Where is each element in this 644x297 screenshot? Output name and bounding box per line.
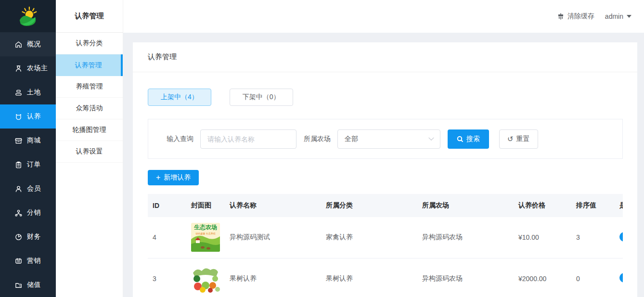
cell-name: 果树认养: [225, 258, 321, 297]
submenu-item-adopt-manage[interactable]: 认养管理: [56, 54, 123, 76]
cover-image-fruits-vegetables: [191, 264, 220, 293]
sidebar-item-label: 概况: [27, 40, 41, 49]
query-label: 输入查询: [167, 135, 193, 143]
add-adopt-label: 新增认养: [164, 173, 191, 182]
primary-sidebar: 概况 农场主 土地 认养 商城: [0, 0, 56, 297]
cell-id: 4: [148, 217, 186, 258]
clean-brush-icon: [557, 13, 564, 20]
reset-icon: ↺: [507, 135, 514, 143]
farm-label: 所属农场: [304, 135, 331, 143]
col-name: 认养名称: [225, 194, 321, 217]
sidebar-item-label: 认养: [27, 112, 41, 121]
sidebar-item-order[interactable]: 订单: [0, 153, 56, 177]
tab-off-shelf[interactable]: 下架中（0）: [230, 89, 293, 106]
primary-nav: 概况 农场主 土地 认养 商城: [0, 32, 56, 297]
secondary-sidebar: 认养管理 认养分类 认养管理 养殖管理 众筹活动 轮播图管理 认养设置: [56, 0, 123, 297]
cell-sort: 3: [571, 217, 615, 258]
table-row: 4 生态农场 绿色健康 生态养殖: [148, 217, 623, 258]
chevron-down-icon: [428, 135, 434, 140]
farm-logo-icon: [17, 5, 39, 27]
sidebar-item-distribution[interactable]: 分销: [0, 201, 56, 225]
shelf-status-tabs: 上架中（4） 下架中（0）: [148, 89, 623, 106]
adopt-manage-panel: 认养管理 上架中（4） 下架中（0） 输入查询 所属农场 全部: [133, 42, 637, 297]
farm-select-value: 全部: [345, 135, 358, 143]
search-icon: [457, 136, 464, 142]
page-title: 认养管理: [148, 52, 177, 61]
search-filter-bar: 输入查询 所属农场 全部 搜索 ↺ 重置: [148, 119, 623, 159]
topbar: 清除缓存 admin: [123, 0, 644, 33]
col-cover: 封面图: [186, 194, 225, 217]
submenu-item-breeding-manage[interactable]: 养殖管理: [56, 76, 123, 98]
sidebar-item-label: 会员: [27, 184, 41, 193]
cell-category: 家禽认养: [321, 217, 417, 258]
home-icon: [14, 40, 23, 49]
sidebar-item-land[interactable]: 土地: [0, 80, 56, 104]
sidebar-item-label: 农场主: [27, 64, 48, 73]
finance-icon: [14, 232, 23, 241]
search-button-label: 搜索: [466, 135, 480, 143]
adopt-icon: [14, 112, 23, 121]
stored-value-icon: [14, 281, 23, 289]
marketing-icon: [14, 257, 23, 265]
sidebar-item-label: 分销: [27, 208, 41, 217]
farm-select[interactable]: 全部: [337, 129, 440, 149]
on-shelf-toggle[interactable]: [619, 232, 623, 242]
cell-price: ¥2000.00: [514, 258, 571, 297]
chevron-down-icon: [627, 15, 631, 18]
order-icon: [14, 160, 23, 169]
app-root: 概况 农场主 土地 认养 商城: [0, 0, 644, 297]
sidebar-item-farmer[interactable]: 农场主: [0, 56, 56, 80]
table-row: 3: [148, 258, 623, 297]
sidebar-item-label: 商城: [27, 136, 41, 145]
svg-text:生态农场: 生态农场: [193, 224, 217, 231]
username: admin: [605, 13, 623, 20]
on-shelf-toggle[interactable]: [619, 273, 623, 283]
land-icon: [14, 88, 23, 97]
clear-cache-button[interactable]: 清除缓存: [557, 12, 594, 21]
user-dropdown[interactable]: admin: [605, 13, 631, 20]
search-button[interactable]: 搜索: [448, 129, 489, 149]
sidebar-item-finance[interactable]: 财务: [0, 225, 56, 249]
col-id: ID: [148, 194, 186, 217]
col-farm: 所属农场: [417, 194, 514, 217]
sidebar-item-label: 储值: [27, 281, 41, 289]
cell-farm: 异构源码农场: [417, 258, 514, 297]
sidebar-item-label: 订单: [27, 160, 41, 169]
main-content: 认养管理 上架中（4） 下架中（0） 输入查询 所属农场 全部: [123, 33, 644, 297]
cover-image-eco-farm: 生态农场 绿色健康 生态养殖: [191, 223, 220, 252]
sidebar-item-adopt[interactable]: 认养: [0, 104, 56, 129]
cell-farm: 异构源码农场: [417, 217, 514, 258]
cell-id: 3: [148, 258, 186, 297]
cell-price: ¥10.00: [514, 217, 571, 258]
tab-on-shelf[interactable]: 上架中（4）: [148, 89, 211, 106]
sidebar-item-marketing[interactable]: 营销: [0, 249, 56, 273]
adopt-table: ID 封面图 认养名称 所属分类 所属农场 认养价格 排序值 是否上架: [148, 194, 623, 297]
sidebar-item-mall[interactable]: 商城: [0, 129, 56, 153]
reset-button[interactable]: ↺ 重置: [499, 129, 538, 149]
table-header-row: ID 封面图 认养名称 所属分类 所属农场 认养价格 排序值 是否上架: [148, 194, 623, 217]
col-sort: 排序值: [571, 194, 615, 217]
sidebar-item-member[interactable]: 会员: [0, 177, 56, 201]
add-adopt-button[interactable]: + 新增认养: [148, 170, 199, 185]
brand-logo: [0, 0, 56, 32]
reset-button-label: 重置: [516, 135, 530, 143]
clear-cache-label: 清除缓存: [567, 12, 594, 21]
col-category: 所属分类: [321, 194, 417, 217]
submenu-title: 认养管理: [56, 0, 123, 33]
col-price: 认养价格: [514, 194, 571, 217]
submenu-item-adopt-category[interactable]: 认养分类: [56, 33, 123, 54]
adopt-table-wrap: ID 封面图 认养名称 所属分类 所属农场 认养价格 排序值 是否上架: [148, 194, 623, 297]
distribution-icon: [14, 208, 23, 217]
sidebar-item-overview[interactable]: 概况: [0, 32, 56, 56]
col-on-shelf: 是否上架: [615, 194, 623, 217]
farmer-icon: [14, 64, 23, 73]
submenu-item-crowdfunding[interactable]: 众筹活动: [56, 98, 123, 119]
member-icon: [14, 184, 23, 193]
adopt-name-input[interactable]: [200, 129, 296, 149]
submenu-item-adopt-settings[interactable]: 认养设置: [56, 141, 123, 163]
sidebar-item-stored-value[interactable]: 储值: [0, 273, 56, 297]
plus-icon: +: [156, 174, 160, 181]
submenu-item-carousel-manage[interactable]: 轮播图管理: [56, 119, 123, 141]
sidebar-item-label: 营销: [27, 257, 41, 265]
cell-sort: 0: [571, 258, 615, 297]
